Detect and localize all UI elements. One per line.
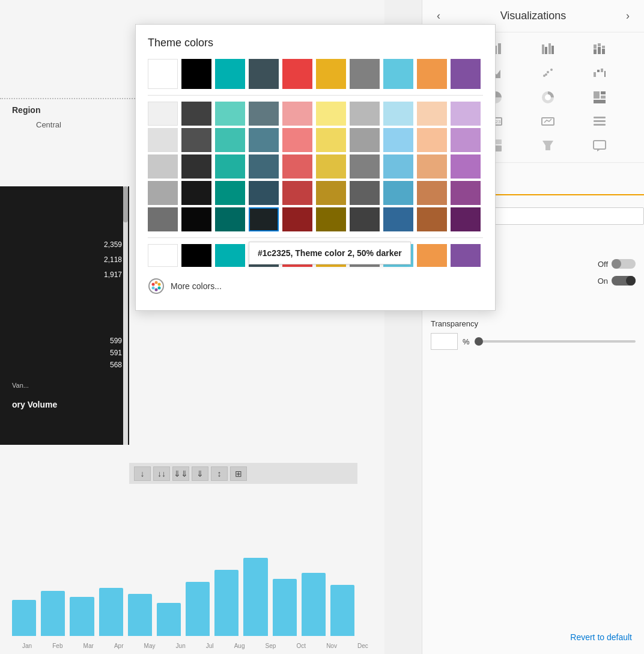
bar-jul (186, 582, 210, 636)
svg-point-19 (550, 69, 553, 71)
recent-2[interactable] (215, 244, 245, 267)
shade-4-4[interactable] (282, 181, 312, 205)
shade-3-6[interactable] (350, 154, 380, 179)
theme-color-5[interactable] (316, 59, 346, 89)
shade-1-0[interactable] (148, 102, 178, 126)
viz-icon-slicer[interactable] (586, 111, 613, 132)
viz-icon-kpi[interactable] (535, 111, 561, 132)
theme-color-2[interactable] (215, 59, 245, 89)
shade-3-0[interactable] (148, 154, 178, 179)
shade-5-1[interactable] (181, 207, 211, 231)
svg-rect-11 (594, 49, 597, 54)
transparency-slider-thumb[interactable] (475, 337, 483, 346)
shade-3-5[interactable] (316, 154, 346, 179)
more-colors-text[interactable]: More colors... (171, 281, 222, 291)
toggle-on-track[interactable] (612, 276, 636, 286)
shade-2-1[interactable] (181, 128, 211, 152)
revert-default-button[interactable]: Revert to default (570, 632, 632, 642)
shade-2-6[interactable] (350, 128, 380, 152)
shade-5-8[interactable] (417, 207, 447, 231)
toolbar-btn-4[interactable]: ⇓ (192, 466, 208, 481)
recent-0[interactable] (148, 244, 178, 267)
shade-2-4[interactable] (282, 128, 312, 152)
transparency-input[interactable]: 0 (431, 333, 458, 350)
viz-next-btn[interactable]: › (621, 7, 634, 25)
shade-5-2[interactable] (215, 207, 245, 231)
shade-4-0[interactable] (148, 181, 178, 205)
viz-icon-treemap[interactable] (586, 87, 613, 108)
shade-4-6[interactable] (350, 181, 380, 205)
left-scrollbar[interactable] (123, 186, 128, 445)
shade-2-8[interactable] (417, 128, 447, 152)
theme-color-3[interactable] (249, 59, 279, 89)
theme-color-6[interactable] (350, 59, 380, 89)
viz-icon-100pct-bar[interactable] (586, 38, 613, 60)
shade-4-7[interactable] (383, 181, 413, 205)
shade-1-9[interactable] (451, 102, 481, 126)
shade-5-3[interactable] (249, 207, 279, 231)
toolbar-btn-6[interactable]: ⊞ (230, 466, 247, 481)
recent-8[interactable] (417, 244, 447, 267)
shade-2-7[interactable] (383, 128, 413, 152)
toggle-off-track[interactable] (612, 259, 636, 269)
shade-1-2[interactable] (215, 102, 245, 126)
shade-2-2[interactable] (215, 128, 245, 152)
toolbar-btn-2[interactable]: ↓↓ (153, 466, 170, 481)
bar-nov (302, 573, 326, 636)
shade-2-5[interactable] (316, 128, 346, 152)
shade-3-7[interactable] (383, 154, 413, 179)
shade-5-7[interactable] (383, 207, 413, 231)
shade-2-3[interactable] (249, 128, 279, 152)
recent-1[interactable] (181, 244, 211, 267)
toolbar-btn-5[interactable]: ↕ (211, 466, 228, 481)
theme-color-1[interactable] (181, 59, 211, 89)
shade-3-8[interactable] (417, 154, 447, 179)
viz-icon-clustered-bar[interactable] (535, 38, 561, 60)
shade-4-1[interactable] (181, 181, 211, 205)
scrollbar-thumb[interactable] (123, 186, 128, 222)
theme-color-9[interactable] (451, 59, 481, 89)
shade-5-6[interactable] (350, 207, 380, 231)
svg-rect-40 (594, 120, 606, 122)
shade-5-0[interactable] (148, 207, 178, 231)
toggle-off-container: Off (598, 259, 636, 269)
shade-1-6[interactable] (350, 102, 380, 126)
shade-3-4[interactable] (282, 154, 312, 179)
shade-1-1[interactable] (181, 102, 211, 126)
theme-color-8[interactable] (417, 59, 447, 89)
theme-color-4[interactable] (282, 59, 312, 89)
shade-4-9[interactable] (451, 181, 481, 205)
shade-5-9[interactable] (451, 207, 481, 231)
viz-icon-chat[interactable] (586, 135, 613, 156)
theme-color-0[interactable] (148, 59, 178, 89)
viz-icon-funnel[interactable] (535, 135, 561, 156)
shade-2-0[interactable] (148, 128, 178, 152)
shade-1-3[interactable] (249, 102, 279, 126)
chart-area (0, 534, 366, 654)
shade-1-8[interactable] (417, 102, 447, 126)
shade-1-5[interactable] (316, 102, 346, 126)
recent-9[interactable] (451, 244, 481, 267)
shade-3-2[interactable] (215, 154, 245, 179)
shade-5-5[interactable] (316, 207, 346, 231)
shade-4-3[interactable] (249, 181, 279, 205)
shade-2-9[interactable] (451, 128, 481, 152)
shade-5-4[interactable] (282, 207, 312, 231)
viz-icon-scatter[interactable] (535, 63, 561, 84)
shade-3-1[interactable] (181, 154, 211, 179)
transparency-slider-track[interactable] (475, 340, 636, 343)
svg-point-59 (152, 283, 155, 286)
viz-prev-btn[interactable]: ‹ (432, 7, 445, 25)
theme-color-7[interactable] (383, 59, 413, 89)
toolbar-btn-1[interactable]: ↓ (134, 466, 151, 481)
shade-4-5[interactable] (316, 181, 346, 205)
shade-4-2[interactable] (215, 181, 245, 205)
shade-4-8[interactable] (417, 181, 447, 205)
shade-1-7[interactable] (383, 102, 413, 126)
toolbar-btn-3[interactable]: ⇓⇓ (172, 466, 189, 481)
viz-icon-donut[interactable] (535, 87, 561, 108)
viz-icon-waterfall[interactable] (586, 63, 613, 84)
shade-3-3[interactable] (249, 154, 279, 179)
shade-3-9[interactable] (451, 154, 481, 179)
shade-1-4[interactable] (282, 102, 312, 126)
